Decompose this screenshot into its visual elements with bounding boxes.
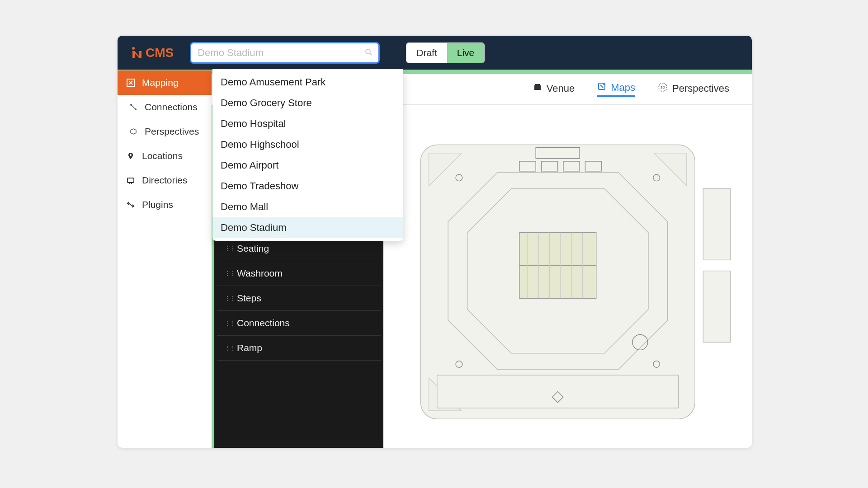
- dropdown-item[interactable]: Demo Hospital: [212, 113, 403, 134]
- tab-label: Perspectives: [672, 83, 729, 94]
- live-button[interactable]: Live: [447, 43, 485, 63]
- sidebar-item-connections[interactable]: Connections: [118, 95, 212, 119]
- directories-icon: [126, 175, 136, 185]
- map-canvas[interactable]: [386, 105, 752, 448]
- sidebar-item-perspectives[interactable]: Perspectives: [118, 119, 212, 144]
- sidebar-label: Connections: [145, 102, 198, 113]
- tab-venue[interactable]: Venue: [533, 83, 575, 96]
- drag-handle-icon[interactable]: ⋮⋮: [224, 270, 229, 277]
- search-dropdown: Demo Amusement Park Demo Grocery Store D…: [212, 69, 403, 241]
- dropdown-item[interactable]: Demo Stadium: [212, 217, 403, 238]
- tab-maps[interactable]: Maps: [597, 82, 635, 97]
- drag-handle-icon[interactable]: ⋮⋮: [224, 245, 229, 252]
- top-header: CMS Draft Live: [118, 36, 752, 70]
- svg-point-7: [130, 154, 132, 156]
- svg-line-2: [370, 53, 372, 55]
- venue-search[interactable]: [190, 42, 380, 64]
- dropdown-item[interactable]: Demo Grocery Store: [212, 93, 403, 113]
- dropdown-item[interactable]: Demo Airport: [212, 155, 403, 176]
- sidebar-item-directories[interactable]: Directories: [118, 168, 212, 192]
- dropdown-item[interactable]: Demo Mall: [212, 197, 403, 217]
- sublayer-connections[interactable]: ⋮⋮ Connections: [217, 311, 381, 336]
- tab-label: Venue: [547, 83, 575, 94]
- svg-rect-8: [127, 178, 134, 183]
- sidebar-item-locations[interactable]: Locations: [118, 144, 212, 168]
- plugins-icon: [126, 200, 136, 210]
- main-sidebar: Mapping Connections Perspectives Locatio…: [118, 70, 212, 217]
- maps-icon: [597, 82, 606, 94]
- sidebar-label: Locations: [142, 150, 183, 161]
- publish-mode-toggle: Draft Live: [406, 42, 485, 63]
- svg-text:3D: 3D: [660, 85, 665, 89]
- connections-icon: [128, 102, 138, 112]
- svg-rect-13: [535, 84, 540, 85]
- app-frame: CMS Draft Live Mapping Connections Persp…: [118, 36, 752, 448]
- drag-handle-icon[interactable]: ⋮⋮: [224, 319, 229, 327]
- dropdown-item[interactable]: Demo Highschool: [212, 134, 403, 155]
- perspectives-icon: [128, 127, 138, 136]
- sublayer-label: Ramp: [237, 343, 262, 353]
- tab-label: Maps: [611, 82, 635, 94]
- sublayer-label: Seating: [237, 243, 269, 254]
- app-logo: CMS: [127, 46, 174, 60]
- sublayer-ramp[interactable]: ⋮⋮ Ramp: [217, 336, 381, 361]
- sublayer-steps[interactable]: ⋮⋮ Steps: [217, 286, 381, 311]
- draft-button[interactable]: Draft: [406, 43, 447, 63]
- tab-perspectives[interactable]: 3D Perspectives: [658, 82, 729, 97]
- svg-point-0: [132, 47, 135, 50]
- svg-line-6: [132, 105, 135, 109]
- sidebar-item-plugins[interactable]: Plugins: [118, 192, 212, 217]
- svg-rect-12: [534, 85, 541, 90]
- search-icon: [365, 48, 372, 57]
- drag-handle-icon[interactable]: ⋮⋮: [224, 295, 229, 302]
- drag-handle-icon[interactable]: ⋮⋮: [224, 344, 229, 352]
- sidebar-label: Plugins: [142, 199, 173, 210]
- stadium-floorplan: [404, 123, 733, 430]
- dropdown-item[interactable]: Demo Amusement Park: [212, 72, 403, 93]
- svg-rect-40: [703, 271, 731, 342]
- locations-icon: [126, 151, 136, 161]
- svg-point-1: [366, 49, 370, 54]
- venue-icon: [533, 83, 542, 94]
- sublayer-washroom[interactable]: ⋮⋮ Washroom: [217, 261, 381, 286]
- sublayer-label: Washroom: [237, 268, 283, 279]
- sublayer-label: Steps: [237, 293, 261, 304]
- sublayer-label: Connections: [237, 318, 290, 328]
- dropdown-item[interactable]: Demo Tradeshow: [212, 176, 403, 197]
- app-name: CMS: [146, 46, 174, 60]
- sidebar-label: Directories: [142, 175, 187, 186]
- svg-line-11: [128, 203, 133, 206]
- svg-rect-39: [703, 188, 731, 260]
- perspectives-3d-icon: 3D: [658, 82, 668, 95]
- mapping-icon: [126, 78, 136, 88]
- sidebar-item-mapping[interactable]: Mapping: [118, 70, 212, 95]
- search-input[interactable]: [198, 47, 365, 59]
- sidebar-label: Perspectives: [145, 126, 199, 137]
- sidebar-label: Mapping: [142, 77, 179, 88]
- logo-icon: [131, 47, 142, 59]
